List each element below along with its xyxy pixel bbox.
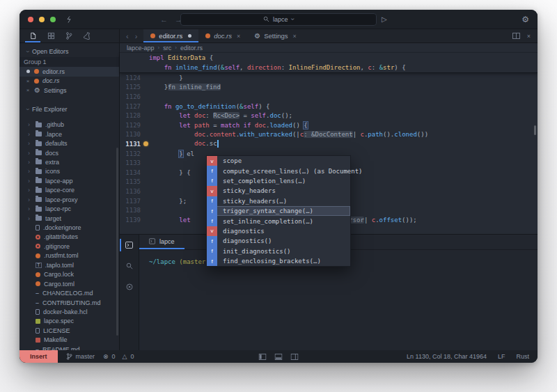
toggle-bottom-panel-icon[interactable]: [275, 354, 283, 360]
completion-item-init_diagnostics[interactable]: finit_diagnostics(): [207, 246, 350, 256]
tree-item-icons[interactable]: ›icons: [19, 167, 119, 176]
close-tab-icon[interactable]: ×: [237, 33, 240, 40]
completion-item-compute_screen_linesasDocument[interactable]: fcompute_screen_lines(…) (as Document): [207, 166, 350, 175]
eol-indicator[interactable]: LF: [498, 353, 505, 360]
tree-item-.gitignore[interactable]: .gitignore: [19, 242, 119, 251]
code-line-1130[interactable]: 1130 doc.content.with_untracked(|c: &Doc…: [120, 130, 538, 140]
completion-item-diagnostics[interactable]: vdiagnostics: [207, 226, 350, 236]
completion-item-diagnostics[interactable]: fdiagnostics(): [207, 236, 350, 246]
maximize-window-button[interactable]: [50, 17, 56, 22]
completion-item-sticky_headers[interactable]: vsticky_headers: [207, 186, 350, 196]
activity-explorer[interactable]: [25, 29, 40, 42]
sidebar-scrollbar[interactable]: [116, 148, 118, 336]
tree-item-defaults[interactable]: ›defaults: [19, 139, 119, 148]
open-editor-doc.rs[interactable]: ×doc.rs: [19, 77, 119, 86]
completion-item-sticky_headers[interactable]: fsticky_headers(…): [207, 196, 350, 206]
close-tab-icon[interactable]: ×: [293, 33, 297, 40]
completion-item-scope[interactable]: vscope: [207, 156, 350, 166]
editor-group-header[interactable]: Group 1: [19, 57, 119, 67]
toggle-right-panel-icon[interactable]: [291, 354, 299, 360]
tree-item-docker-bake.hcl[interactable]: docker-bake.hcl: [19, 307, 119, 316]
open-editor-Settings[interactable]: ×⚙Settings: [19, 86, 119, 95]
open-editors-header[interactable]: › Open Editors: [19, 46, 119, 57]
split-editor-icon[interactable]: [512, 33, 520, 39]
code-line-1125[interactable]: 1125 }fn inline_find: [120, 83, 538, 93]
tree-item-.github[interactable]: ›.github: [19, 120, 119, 130]
code-text: impl EditorData {: [149, 54, 213, 61]
tree-item-docs[interactable]: ›docs: [19, 148, 119, 157]
tab-editor.rs[interactable]: editor.rs: [143, 29, 198, 42]
tree-item-CHANGELOG.md[interactable]: –CHANGELOG.md: [19, 288, 119, 297]
problems-indicator[interactable]: ⊗ 0 △ 0: [103, 353, 134, 360]
run-button[interactable]: ▷: [382, 15, 387, 23]
command-palette-search[interactable]: lapce ›: [180, 13, 377, 26]
cursor-position[interactable]: Ln 1130, Col 18, Char 41964: [407, 353, 487, 360]
tree-item-lapce-proxy[interactable]: ›lapce-proxy: [19, 195, 119, 204]
terminal-tab-lapce[interactable]: lapce: [139, 235, 185, 249]
close-icon[interactable]: ×: [25, 78, 31, 84]
tab-back-icon[interactable]: ‹: [126, 32, 129, 40]
breadcrumb-part[interactable]: lapce-app: [127, 45, 155, 52]
tree-item-lapce-rpc[interactable]: ›lapce-rpc: [19, 204, 119, 213]
completion-item-set_completion_lens[interactable]: fset_completion_lens(…): [207, 176, 350, 186]
breadcrumb[interactable]: lapce-app›src›editor.rs: [120, 43, 538, 53]
completion-item-trigger_syntax_change[interactable]: ftrigger_syntax_change(…): [207, 206, 350, 216]
code-line-1128[interactable]: 1128 let doc: Rc<Doc> = self.doc();: [120, 111, 538, 120]
tree-item-LICENSE[interactable]: LICENSE: [19, 326, 119, 335]
file-explorer-header[interactable]: › File Explorer: [19, 104, 119, 115]
settings-gear-icon[interactable]: ⚙: [521, 15, 529, 24]
tree-item-target[interactable]: ›target: [19, 214, 119, 223]
code-text: doc.sc: [149, 140, 219, 148]
tree-item-lapce-app[interactable]: ›lapce-app: [19, 176, 119, 185]
close-icon[interactable]: ×: [25, 87, 31, 93]
tree-item-Makefile[interactable]: Makefile: [19, 336, 119, 345]
sticky-line[interactable]: fn inline_find(&self, direction: InlineF…: [120, 63, 538, 72]
tree-item-lapce-core[interactable]: ›lapce-core: [19, 186, 119, 195]
code-line-1126[interactable]: 1126: [120, 92, 538, 102]
branch-indicator[interactable]: master: [66, 353, 95, 360]
tab-forward-icon[interactable]: ›: [135, 32, 138, 40]
editor-scrollbar[interactable]: [534, 125, 536, 135]
completion-item-set_inline_completion[interactable]: fset_inline_completion(…): [207, 216, 350, 226]
code-line-1127[interactable]: 1127 fn go_to_definition(&self) {: [120, 102, 538, 111]
problems-panel-icon[interactable]: [120, 281, 139, 293]
language-indicator[interactable]: Rust: [516, 353, 529, 360]
terminal-panel-icon[interactable]: [120, 239, 139, 251]
minimize-window-button[interactable]: [39, 17, 45, 22]
code-line-1131[interactable]: 1131 doc.sc: [120, 139, 538, 149]
activity-plugins[interactable]: [43, 29, 58, 42]
breadcrumb-part[interactable]: src: [163, 45, 171, 52]
code-line-1124[interactable]: 1124 }: [120, 73, 538, 83]
tab-Settings[interactable]: ⚙Settings×: [247, 29, 304, 42]
breadcrumb-part[interactable]: editor.rs: [180, 45, 203, 52]
tree-item-label: .dockerignore: [43, 224, 81, 231]
remote-connection-icon[interactable]: [65, 16, 72, 23]
modified-dot-icon[interactable]: [26, 70, 30, 73]
tab-doc.rs[interactable]: doc.rs×: [198, 29, 247, 42]
completion-item-find_enclosing_brackets[interactable]: ffind_enclosing_brackets(…): [207, 256, 350, 266]
activity-debug[interactable]: [79, 29, 95, 42]
tree-item-extra[interactable]: ›extra: [19, 157, 119, 166]
tree-item-CONTRIBUTING.md[interactable]: –CONTRIBUTING.md: [19, 298, 119, 307]
back-icon[interactable]: ←: [160, 15, 168, 24]
tree-item-lapce.spec[interactable]: lapce.spec: [19, 317, 119, 326]
activity-source-control[interactable]: [61, 29, 77, 42]
toggle-left-panel-icon[interactable]: [259, 354, 267, 360]
tree-item-README.md[interactable]: –README.md: [19, 345, 119, 350]
code-line-1129[interactable]: 1129 let path = match if doc.loaded() {: [120, 120, 538, 130]
mode-badge[interactable]: Insert: [19, 350, 58, 363]
tree-item-.taplo.toml[interactable]: T.taplo.toml: [19, 260, 119, 269]
close-window-button[interactable]: [28, 17, 33, 22]
tree-item-.rustfmt.toml[interactable]: .rustfmt.toml: [19, 251, 119, 260]
tree-item-.lapce[interactable]: ›.lapce: [19, 130, 119, 139]
tree-item-label: Makefile: [44, 336, 68, 343]
sticky-line[interactable]: impl EditorData {: [120, 53, 538, 63]
search-panel-icon[interactable]: [120, 260, 139, 272]
tree-item-.gitattributes[interactable]: .gitattributes: [19, 233, 119, 242]
tree-item-Cargo.toml[interactable]: Cargo.toml: [19, 279, 119, 288]
lightbulb-icon[interactable]: [143, 141, 148, 146]
tree-item-.dockerignore[interactable]: .dockerignore: [19, 223, 119, 232]
tree-item-Cargo.lock[interactable]: Cargo.lock: [19, 270, 119, 279]
open-editor-editor.rs[interactable]: editor.rs: [19, 67, 119, 77]
close-editor-icon[interactable]: ×: [527, 33, 531, 40]
